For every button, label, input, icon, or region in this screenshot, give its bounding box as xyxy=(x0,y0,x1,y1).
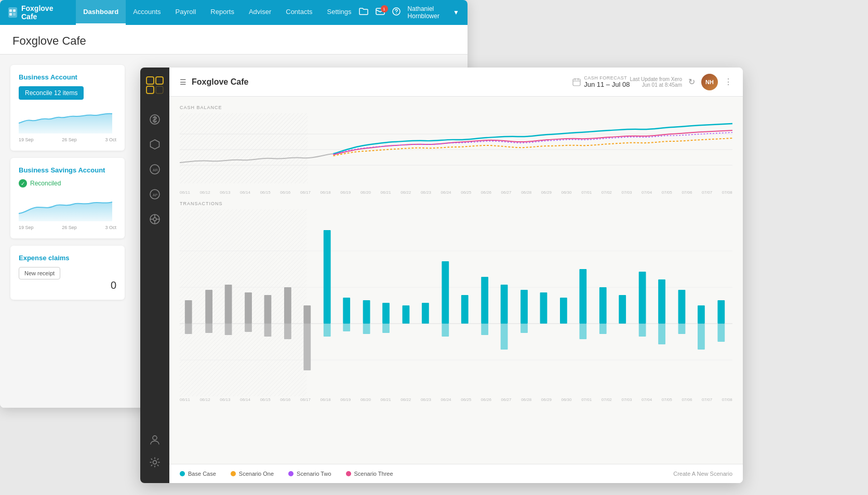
xero-logo-area: Foxglove Cafe xyxy=(8,4,63,21)
xero-nav: Dashboard Accounts Payroll Reports Advis… xyxy=(76,0,358,25)
xero-subheader: Foxglove Cafe xyxy=(0,25,468,55)
forecast-title-area: ☰ Foxglove Cafe xyxy=(180,77,572,87)
forecast-main: ☰ Foxglove Cafe CASH FORECAST Jun 11 – J… xyxy=(169,68,743,483)
forecast-date-area: CASH FORECAST Jun 11 – Jul 08 xyxy=(572,76,630,88)
nav-payroll[interactable]: Payroll xyxy=(168,0,204,25)
more-options-icon[interactable]: ⋮ xyxy=(724,77,732,87)
sidebar: AR AP xyxy=(140,68,169,483)
bar-chart-area xyxy=(180,209,732,396)
sidebar-bottom xyxy=(144,429,165,475)
svg-rect-31 xyxy=(185,324,192,334)
user-avatar[interactable]: NH xyxy=(701,74,718,90)
page-title: Foxglove Cafe xyxy=(12,34,455,48)
svg-rect-0 xyxy=(9,9,12,12)
link-sidebar-icon[interactable] xyxy=(144,209,165,230)
svg-rect-32 xyxy=(205,290,212,324)
legend-scenario-two: Scenario Two xyxy=(288,471,331,477)
svg-point-19 xyxy=(153,461,157,464)
cash-forecast-info: CASH FORECAST Jun 11 – Jul 08 xyxy=(584,76,630,88)
user-sidebar-icon[interactable] xyxy=(144,429,165,450)
reconciled-label: Reconciled xyxy=(30,180,61,187)
svg-rect-51 xyxy=(382,324,390,333)
ar-sidebar-icon[interactable]: AR xyxy=(144,159,165,180)
transactions-label: TRANSACTIONS xyxy=(180,201,732,206)
scenario-three-label: Scenario Three xyxy=(354,471,393,477)
svg-rect-20 xyxy=(573,79,580,86)
create-scenario-button[interactable]: Create A New Scenario xyxy=(673,471,732,477)
svg-rect-74 xyxy=(678,290,686,324)
scenario-two-label: Scenario Two xyxy=(297,471,331,477)
new-receipt-button[interactable]: New receipt xyxy=(19,267,60,279)
user-name: Nathaniel Hornblower xyxy=(408,5,451,20)
notification-badge: 1 xyxy=(381,5,388,12)
nav-contacts[interactable]: Contacts xyxy=(278,0,319,25)
refresh-icon[interactable]: ↻ xyxy=(688,77,695,87)
nav-settings[interactable]: Settings xyxy=(320,0,359,25)
svg-rect-2 xyxy=(9,13,12,16)
reconcile-button[interactable]: Reconcile 12 items xyxy=(19,86,84,100)
svg-rect-55 xyxy=(442,324,449,337)
dollar-sidebar-icon[interactable] xyxy=(144,109,165,130)
svg-rect-60 xyxy=(501,324,508,350)
scenario-one-dot xyxy=(231,471,236,476)
svg-rect-9 xyxy=(146,86,154,93)
cash-balance-label: CASH BALANCE xyxy=(180,105,732,110)
svg-point-17 xyxy=(153,218,156,221)
help-icon[interactable] xyxy=(392,7,400,18)
svg-text:AR: AR xyxy=(153,168,158,172)
svg-rect-7 xyxy=(146,77,154,84)
hamburger-icon[interactable]: ☰ xyxy=(180,78,186,86)
legend-base-case: Base Case xyxy=(180,471,216,477)
scenario-one-label: Scenario One xyxy=(239,471,274,477)
svg-rect-35 xyxy=(225,324,232,335)
svg-rect-62 xyxy=(520,324,528,333)
business-account-chart xyxy=(19,105,116,136)
folder-icon[interactable] xyxy=(359,7,368,18)
svg-rect-34 xyxy=(225,285,232,324)
svg-rect-42 xyxy=(303,305,311,324)
xero-topbar: Foxglove Cafe Dashboard Accounts Payroll… xyxy=(0,0,468,25)
last-update-label: Last Update from Xero Jun 01 at 8:45am xyxy=(630,76,682,88)
svg-rect-79 xyxy=(717,324,725,342)
nav-accounts[interactable]: Accounts xyxy=(126,0,168,25)
settings-sidebar-icon[interactable] xyxy=(144,452,165,473)
nav-adviser[interactable]: Adviser xyxy=(242,0,278,25)
chart-legend: Base Case Scenario One Scenario Two Scen… xyxy=(169,464,743,483)
cash-forecast-date: Jun 11 – Jul 08 xyxy=(584,81,630,88)
svg-rect-1 xyxy=(13,9,16,12)
svg-rect-3 xyxy=(13,13,16,16)
svg-rect-45 xyxy=(324,324,331,337)
svg-rect-77 xyxy=(698,324,705,350)
xero-user[interactable]: Nathaniel Hornblower ▼ xyxy=(408,5,459,20)
svg-rect-10 xyxy=(156,86,163,93)
svg-rect-58 xyxy=(481,324,488,335)
svg-rect-40 xyxy=(284,287,291,324)
svg-rect-73 xyxy=(658,324,665,344)
cash-forecast-card: AR AP xyxy=(140,68,743,483)
expense-claims-widget: Expense claims New receipt 0 xyxy=(10,246,125,300)
svg-rect-52 xyxy=(403,305,410,324)
hexagon-sidebar-icon[interactable] xyxy=(144,134,165,155)
forecast-title: Foxglove Cafe xyxy=(192,77,248,87)
business-account-dates: 19 Sep 26 Sep 3 Oct xyxy=(19,137,116,142)
svg-rect-64 xyxy=(560,298,567,324)
calendar-icon xyxy=(572,78,581,86)
svg-rect-70 xyxy=(639,272,646,324)
app-logo-text: Foxglove Cafe xyxy=(21,4,63,21)
base-case-label: Base Case xyxy=(188,471,216,477)
bar-chart-x-axis: 06/1106/1206/1306/1406/1506/1606/1706/18… xyxy=(180,397,732,402)
svg-rect-38 xyxy=(264,295,272,324)
line-chart-x-axis: 06/1106/1206/1306/1406/1506/1606/1706/18… xyxy=(180,190,732,195)
scenario-three-dot xyxy=(346,471,351,476)
nav-reports[interactable]: Reports xyxy=(203,0,242,25)
ap-sidebar-icon[interactable]: AP xyxy=(144,184,165,205)
svg-rect-33 xyxy=(205,324,212,333)
xero-nav-right: 1 Nathaniel Hornblower ▼ xyxy=(359,5,459,20)
sidebar-logo[interactable] xyxy=(145,76,164,97)
svg-rect-76 xyxy=(698,305,705,324)
forecast-topbar: ☰ Foxglove Cafe CASH FORECAST Jun 11 – J… xyxy=(169,68,743,97)
nav-dashboard[interactable]: Dashboard xyxy=(76,0,126,25)
svg-rect-30 xyxy=(185,300,192,324)
svg-rect-39 xyxy=(264,324,272,337)
mail-icon[interactable]: 1 xyxy=(376,8,385,17)
